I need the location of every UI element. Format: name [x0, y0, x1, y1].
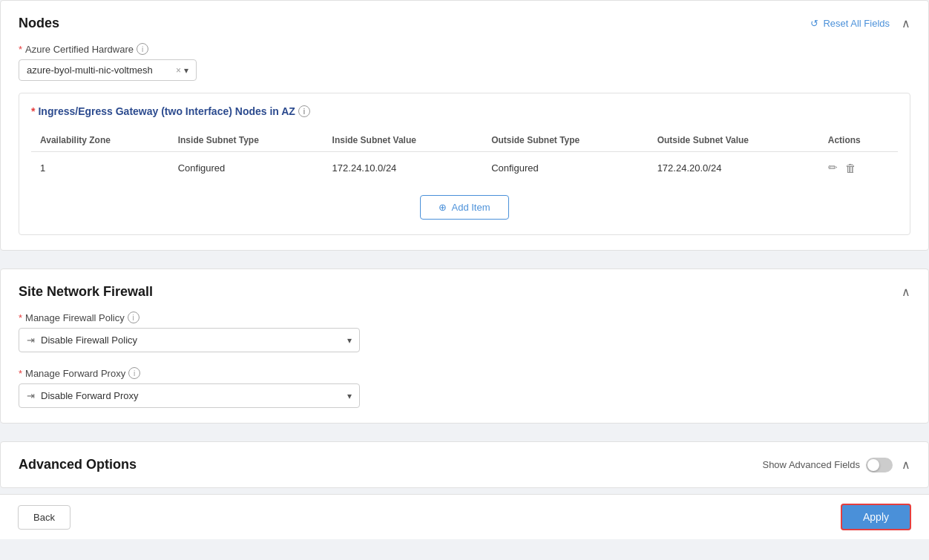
- edit-row-icon[interactable]: ✏: [828, 161, 838, 174]
- azure-hardware-clear-icon[interactable]: ×: [176, 65, 181, 76]
- ingress-info-icon[interactable]: i: [298, 105, 310, 117]
- manage-proxy-chevron-icon[interactable]: ▾: [347, 391, 352, 401]
- ingress-egress-section: * Ingress/Egress Gateway (two Interface)…: [19, 93, 910, 235]
- firewall-collapse-icon[interactable]: ∧: [902, 285, 910, 299]
- ingress-egress-title: * Ingress/Egress Gateway (two Interface)…: [31, 105, 898, 117]
- back-button[interactable]: Back: [18, 505, 70, 530]
- reset-all-fields-button[interactable]: ↺ Reset All Fields: [810, 18, 890, 29]
- cell-availability-zone: 1: [31, 152, 169, 184]
- nodes-section-header: Nodes ↺ Reset All Fields ∧: [19, 16, 910, 31]
- col-outside-subnet-type: Outside Subnet Type: [482, 129, 649, 152]
- show-advanced-fields-container: Show Advanced Fields: [762, 458, 893, 472]
- footer: Back Apply: [0, 494, 929, 539]
- azure-hardware-info-icon[interactable]: i: [137, 43, 148, 55]
- apply-button[interactable]: Apply: [841, 504, 911, 530]
- add-item-container: ⊕ Add Item: [31, 183, 898, 223]
- inner-required-star: *: [31, 105, 35, 117]
- cell-inside-subnet-type: Configured: [169, 152, 324, 184]
- cell-outside-subnet-value: 172.24.20.0/24: [649, 152, 819, 184]
- nodes-title: Nodes: [19, 16, 59, 31]
- manage-firewall-info-icon[interactable]: i: [128, 312, 139, 323]
- cell-outside-subnet-type: Configured: [482, 152, 649, 184]
- nodes-table: Availability Zone Inside Subnet Type Ins…: [31, 129, 898, 183]
- divider-2: [0, 429, 929, 435]
- page-container: Nodes ↺ Reset All Fields ∧ * Azure Certi…: [0, 0, 929, 560]
- manage-proxy-value: Disable Forward Proxy: [41, 390, 347, 401]
- manage-proxy-info-icon[interactable]: i: [128, 367, 140, 379]
- required-star: *: [19, 44, 22, 55]
- col-outside-subnet-value: Outside Subnet Value: [649, 129, 819, 152]
- azure-hardware-label: * Azure Certified Hardware i: [19, 43, 910, 55]
- advanced-title: Advanced Options: [19, 457, 137, 472]
- manage-proxy-select[interactable]: ⇥ Disable Forward Proxy ▾: [19, 383, 360, 408]
- table-row: 1 Configured 172.24.10.0/24 Configured 1…: [31, 152, 898, 184]
- cell-actions: ✏ 🗑: [819, 152, 898, 184]
- manage-firewall-chevron-icon[interactable]: ▾: [347, 335, 352, 346]
- firewall-section-header: Site Network Firewall ∧: [19, 284, 910, 300]
- azure-hardware-value: azure-byol-multi-nic-voltmesh: [27, 65, 176, 76]
- manage-proxy-link-icon: ⇥: [27, 390, 35, 401]
- cell-inside-subnet-value: 172.24.10.0/24: [324, 152, 483, 184]
- nodes-section: Nodes ↺ Reset All Fields ∧ * Azure Certi…: [0, 0, 929, 251]
- divider-1: [0, 257, 929, 263]
- firewall-section: Site Network Firewall ∧ * Manage Firewal…: [0, 269, 929, 424]
- manage-firewall-link-icon: ⇥: [27, 335, 35, 346]
- manage-proxy-label: * Manage Forward Proxy i: [19, 367, 910, 379]
- reset-icon: ↺: [810, 18, 818, 29]
- add-item-button[interactable]: ⊕ Add Item: [420, 195, 508, 220]
- col-inside-subnet-type: Inside Subnet Type: [169, 129, 324, 152]
- azure-hardware-field: * Azure Certified Hardware i azure-byol-…: [19, 43, 910, 81]
- manage-firewall-label: * Manage Firewall Policy i: [19, 312, 910, 323]
- manage-firewall-value: Disable Firewall Policy: [41, 335, 347, 346]
- advanced-collapse-icon[interactable]: ∧: [902, 458, 910, 472]
- col-actions: Actions: [819, 129, 898, 152]
- table-header: Availability Zone Inside Subnet Type Ins…: [31, 129, 898, 152]
- table-body: 1 Configured 172.24.10.0/24 Configured 1…: [31, 152, 898, 184]
- show-advanced-toggle[interactable]: [866, 458, 893, 472]
- manage-firewall-select[interactable]: ⇥ Disable Firewall Policy ▾: [19, 328, 360, 352]
- row-actions: ✏ 🗑: [828, 161, 889, 174]
- firewall-title: Site Network Firewall: [19, 284, 153, 300]
- azure-hardware-chevron-icon[interactable]: ▾: [184, 65, 188, 76]
- col-inside-subnet-value: Inside Subnet Value: [324, 129, 483, 152]
- col-availability-zone: Availability Zone: [31, 129, 169, 152]
- delete-row-icon[interactable]: 🗑: [845, 162, 856, 174]
- nodes-collapse-icon[interactable]: ∧: [902, 16, 910, 30]
- advanced-section: Advanced Options Show Advanced Fields ∧: [0, 441, 929, 488]
- advanced-header: Advanced Options Show Advanced Fields ∧: [19, 457, 910, 472]
- add-item-plus-icon: ⊕: [439, 202, 447, 213]
- manage-firewall-field: * Manage Firewall Policy i ⇥ Disable Fir…: [19, 312, 910, 352]
- azure-hardware-select[interactable]: azure-byol-multi-nic-voltmesh × ▾: [19, 59, 197, 81]
- manage-proxy-field: * Manage Forward Proxy i ⇥ Disable Forwa…: [19, 367, 910, 408]
